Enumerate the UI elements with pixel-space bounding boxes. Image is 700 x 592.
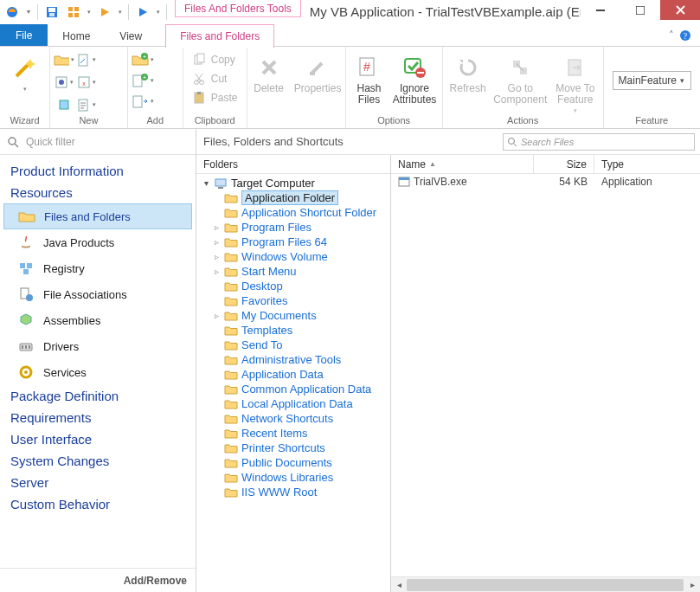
scrollbar-thumb[interactable]	[407, 579, 684, 591]
copy-button[interactable]: Copy	[187, 50, 241, 69]
tree-node[interactable]: Windows Libraries	[196, 470, 390, 485]
tree-node[interactable]: Favorites	[196, 293, 390, 308]
expander-icon[interactable]: ▾	[202, 178, 210, 188]
tree-root[interactable]: ▾Target Computer	[196, 176, 390, 190]
tree-node[interactable]: ▹Start Menu	[196, 264, 390, 279]
column-size[interactable]: Size	[534, 155, 594, 173]
maximize-button[interactable]	[620, 0, 660, 20]
nav-section-user-interface[interactable]: User Interface	[0, 428, 196, 450]
tree-node[interactable]: Local Application Data	[196, 396, 390, 411]
column-name[interactable]: Name▲	[391, 155, 534, 173]
folder-tree[interactable]: ▾Target Computer Application FolderAppli…	[196, 174, 390, 592]
tree-node[interactable]: ▹Program Files	[196, 220, 390, 235]
nav-section-server[interactable]: Server	[0, 472, 196, 493]
cut-button[interactable]: Cut	[187, 69, 233, 88]
tree-node[interactable]: Application Folder	[196, 190, 390, 205]
view-tab[interactable]: View	[105, 25, 157, 47]
qat-dropdown-icon[interactable]: ▾	[116, 2, 125, 23]
expander-icon[interactable]: ▹	[212, 222, 221, 232]
help-icon[interactable]: ?	[679, 29, 691, 42]
column-type[interactable]: Type	[594, 155, 700, 173]
add-remove-button[interactable]: Add/Remove	[0, 568, 196, 592]
nav-section-product-information[interactable]: Product Information	[0, 160, 196, 182]
goto-component-button[interactable]: Go to Component	[491, 50, 549, 114]
tree-node[interactable]: IIS WWW Root	[196, 485, 390, 499]
properties-button[interactable]: Properties	[294, 50, 342, 114]
expander-icon[interactable]: ▹	[212, 267, 221, 276]
file-columns-header: Name▲ Size Type	[391, 155, 700, 174]
scroll-right-icon[interactable]: ▸	[684, 577, 700, 593]
wizard-button[interactable]: ▾	[3, 50, 46, 114]
scroll-left-icon[interactable]: ◂	[391, 577, 407, 593]
qat-dropdown-icon[interactable]: ▾	[85, 2, 93, 23]
new-shortcut-button[interactable]: ▾	[76, 50, 97, 69]
component-icon[interactable]	[63, 2, 84, 23]
close-button[interactable]	[660, 0, 700, 20]
nav-item-assemblies[interactable]: Assemblies	[0, 307, 196, 333]
tree-node[interactable]: Printer Shortcuts	[196, 441, 390, 455]
qat-dropdown-icon[interactable]: ▾	[154, 2, 163, 23]
nav-section-custom-behavior[interactable]: Custom Behavior	[0, 493, 196, 515]
contextual-tab-group: Files And Folders Tools	[175, 0, 301, 17]
file-row[interactable]: TrialVB.exe54 KBApplication	[391, 174, 700, 190]
nav-section-requirements[interactable]: Requirements	[0, 407, 196, 428]
minimize-button[interactable]	[581, 0, 620, 20]
quick-filter-input[interactable]: Quick filter	[0, 129, 196, 155]
add-files-button[interactable]: +▾	[132, 50, 154, 69]
qat-dropdown-icon[interactable]: ▼	[23, 2, 34, 23]
files-and-folders-tab[interactable]: Files and Folders	[165, 24, 274, 48]
file-tab[interactable]: File	[0, 24, 48, 46]
delete-button[interactable]: Delete	[251, 50, 287, 114]
run-icon[interactable]	[94, 2, 115, 23]
search-files-input[interactable]: Search Files	[503, 133, 695, 151]
refresh-button[interactable]: Refresh	[446, 50, 490, 114]
ignore-attributes-button[interactable]: Ignore Attributes	[390, 50, 438, 114]
expander-icon[interactable]: ▹	[212, 311, 221, 320]
app-icon[interactable]	[2, 2, 22, 23]
tree-node[interactable]: Network Shortcuts	[196, 411, 390, 426]
nav-section-package-definition[interactable]: Package Definition	[0, 385, 196, 407]
nav-item-java-products[interactable]: Java Products	[0, 229, 196, 255]
tree-node[interactable]: ▹Windows Volume	[196, 249, 390, 264]
run-in-vm-icon[interactable]	[132, 2, 153, 23]
new-text-update-button[interactable]: ▾	[76, 95, 97, 114]
tree-node[interactable]: Send To	[196, 338, 390, 352]
nav-item-registry[interactable]: Registry	[0, 255, 196, 281]
nav-item-files-and-folders[interactable]: Files and Folders	[3, 203, 192, 229]
collapse-ribbon-icon[interactable]: ˄	[669, 29, 674, 41]
tree-node[interactable]: Common Application Data	[196, 382, 390, 396]
new-ini-button[interactable]: ▾	[54, 73, 74, 92]
new-folder-button[interactable]: ▾	[54, 50, 74, 69]
feature-combo[interactable]: MainFeature▾	[613, 71, 691, 90]
tree-node[interactable]: Desktop	[196, 279, 390, 293]
new-xml-button[interactable]: x▾	[76, 73, 97, 92]
tree-node[interactable]: Templates	[196, 323, 390, 338]
horizontal-scrollbar[interactable]: ◂ ▸	[391, 576, 700, 592]
tree-node[interactable]: Application Shortcut Folder	[196, 205, 390, 220]
file-rows[interactable]: TrialVB.exe54 KBApplication	[391, 174, 700, 576]
new-library-button[interactable]	[54, 95, 74, 114]
move-to-feature-button[interactable]: Move To Feature▾	[551, 50, 600, 114]
file-name: TrialVB.exe	[414, 176, 467, 188]
add-temp-files-button[interactable]: +▾	[132, 71, 154, 90]
save-icon[interactable]	[42, 2, 62, 23]
nav-item-file-associations[interactable]: File Associations	[0, 281, 196, 307]
home-tab[interactable]: Home	[48, 25, 105, 47]
left-nav: Quick filter Product Information Resourc…	[0, 129, 196, 592]
nav-item-drivers[interactable]: Drivers	[0, 333, 196, 359]
nav-section-resources[interactable]: Resources	[0, 182, 196, 203]
paste-button[interactable]: Paste	[187, 88, 243, 107]
tree-node[interactable]: Administrative Tools	[196, 352, 390, 367]
expander-icon[interactable]: ▹	[212, 252, 221, 261]
expander-icon[interactable]: ▹	[212, 237, 221, 247]
tree-node[interactable]: Application Data	[196, 367, 390, 382]
tree-node[interactable]: ▹Program Files 64	[196, 235, 390, 249]
tree-node[interactable]: Public Documents	[196, 455, 390, 470]
tree-node[interactable]: Recent Items	[196, 426, 390, 441]
nav-item-services[interactable]: Services	[0, 359, 196, 385]
hash-files-button[interactable]: #Hash Files	[350, 50, 389, 114]
svg-rect-17	[60, 100, 68, 109]
nav-section-system-changes[interactable]: System Changes	[0, 450, 196, 472]
tree-node[interactable]: ▹My Documents	[196, 308, 390, 323]
import-button[interactable]: ▾	[132, 92, 154, 111]
